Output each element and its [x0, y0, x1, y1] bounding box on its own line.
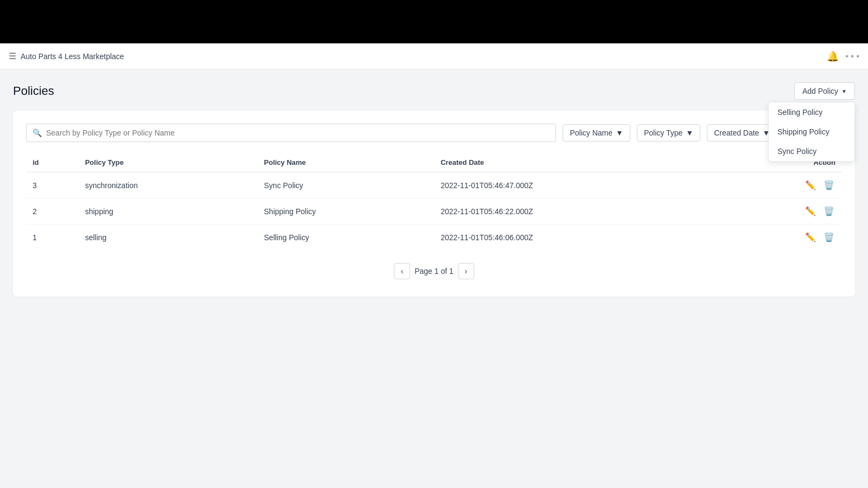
page-title: Policies	[13, 84, 54, 98]
top-bar-right: 🔔 • • •	[827, 50, 859, 62]
chevron-down-icon: ▼	[841, 88, 847, 94]
search-icon: 🔍	[33, 129, 42, 137]
action-cell: ✏️ 🗑️	[727, 179, 835, 191]
table-row: 2 shipping Shipping Policy 2022-11-01T05…	[26, 198, 842, 224]
col-policy-type: Policy Type	[79, 153, 258, 172]
more-options-icon[interactable]: • • •	[845, 52, 859, 61]
action-cell: ✏️ 🗑️	[727, 231, 835, 243]
created-date-filter-button[interactable]: Created Date ▼	[707, 124, 777, 142]
delete-button[interactable]: 🗑️	[822, 179, 835, 191]
app-title: Auto Parts 4 Less Marketplace	[21, 52, 124, 61]
add-policy-label: Add Policy	[802, 87, 838, 95]
search-wrapper: 🔍	[26, 124, 556, 142]
next-page-button[interactable]: ›	[458, 263, 474, 279]
policy-type-filter-chevron: ▼	[686, 129, 693, 137]
policy-name-filter-button[interactable]: Policy Name ▼	[563, 124, 630, 142]
cell-policy-type: selling	[79, 224, 258, 251]
cell-policy-type: shipping	[79, 198, 258, 224]
action-cell: ✏️ 🗑️	[727, 205, 835, 217]
cell-action: ✏️ 🗑️	[721, 198, 842, 224]
cell-policy-name: Selling Policy	[258, 224, 435, 251]
cell-created-date: 2022-11-01T05:46:47.000Z	[434, 172, 721, 198]
cell-created-date: 2022-11-01T05:46:06.000Z	[434, 224, 721, 251]
cell-policy-name: Shipping Policy	[258, 198, 435, 224]
table-header: id Policy Type Policy Name Created Date …	[26, 153, 842, 172]
prev-page-button[interactable]: ‹	[394, 263, 410, 279]
table-row: 1 selling Selling Policy 2022-11-01T05:4…	[26, 224, 842, 251]
dropdown-item-selling-policy[interactable]: Selling Policy	[769, 102, 854, 122]
cell-id: 1	[26, 224, 79, 251]
edit-button[interactable]: ✏️	[804, 205, 817, 217]
delete-button[interactable]: 🗑️	[822, 231, 835, 243]
edit-button[interactable]: ✏️	[804, 179, 817, 191]
cell-id: 2	[26, 198, 79, 224]
add-policy-button[interactable]: Add Policy ▼	[794, 82, 855, 100]
policy-name-filter-label: Policy Name	[570, 129, 612, 137]
table-body: 3 synchronization Sync Policy 2022-11-01…	[26, 172, 842, 251]
policies-card: 🔍 Policy Name ▼ Policy Type ▼ Created Da…	[13, 111, 855, 297]
policy-type-filter-button[interactable]: Policy Type ▼	[637, 124, 700, 142]
menu-icon[interactable]: ☰	[9, 51, 16, 61]
cell-id: 3	[26, 172, 79, 198]
top-bar-left: ☰ Auto Parts 4 Less Marketplace	[9, 51, 124, 61]
pagination: ‹ Page 1 of 1 ›	[26, 263, 842, 284]
col-id: id	[26, 153, 79, 172]
edit-button[interactable]: ✏️	[804, 231, 817, 243]
cell-policy-type: synchronization	[79, 172, 258, 198]
dropdown-item-sync-policy[interactable]: Sync Policy	[769, 142, 854, 161]
chevron-right-icon: ›	[464, 267, 467, 275]
top-bar: ☰ Auto Parts 4 Less Marketplace 🔔 • • •	[0, 43, 868, 69]
policies-table: id Policy Type Policy Name Created Date …	[26, 153, 842, 250]
page-info: Page 1 of 1	[414, 267, 454, 275]
created-date-filter-label: Created Date	[714, 129, 759, 137]
page-header: Policies Add Policy ▼ Selling Policy Shi…	[13, 82, 855, 100]
table-row: 3 synchronization Sync Policy 2022-11-01…	[26, 172, 842, 198]
cell-action: ✏️ 🗑️	[721, 172, 842, 198]
chevron-left-icon: ‹	[401, 267, 404, 275]
delete-button[interactable]: 🗑️	[822, 205, 835, 217]
cell-policy-name: Sync Policy	[258, 172, 435, 198]
policy-name-filter-chevron: ▼	[616, 129, 623, 137]
cell-action: ✏️ 🗑️	[721, 224, 842, 251]
col-created-date: Created Date	[434, 153, 721, 172]
main-content: Policies Add Policy ▼ Selling Policy Shi…	[0, 69, 868, 488]
policy-type-filter-label: Policy Type	[644, 129, 682, 137]
toolbar: 🔍 Policy Name ▼ Policy Type ▼ Created Da…	[26, 124, 842, 142]
bell-icon[interactable]: 🔔	[827, 50, 839, 62]
add-policy-dropdown: Selling Policy Shipping Policy Sync Poli…	[768, 102, 855, 162]
cell-created-date: 2022-11-01T05:46:22.000Z	[434, 198, 721, 224]
col-policy-name: Policy Name	[258, 153, 435, 172]
search-input[interactable]	[26, 124, 556, 142]
dropdown-item-shipping-policy[interactable]: Shipping Policy	[769, 122, 854, 142]
